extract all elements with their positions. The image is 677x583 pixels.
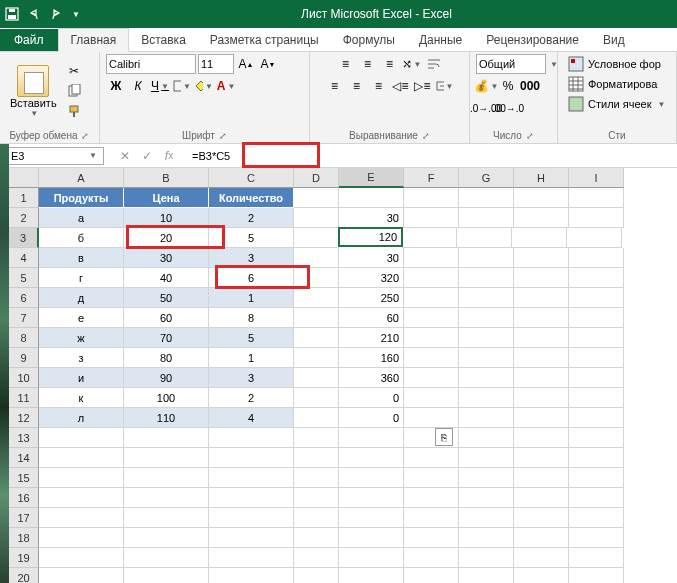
cell-G4[interactable] bbox=[459, 248, 514, 268]
cell-H20[interactable] bbox=[514, 568, 569, 583]
col-header-F[interactable]: F bbox=[404, 168, 459, 188]
cell-D20[interactable] bbox=[294, 568, 339, 583]
row-header-9[interactable]: 9 bbox=[9, 348, 39, 368]
bold-button[interactable]: Ж bbox=[106, 76, 126, 96]
tab-data[interactable]: Данные bbox=[407, 29, 474, 51]
cell-D1[interactable] bbox=[294, 188, 339, 208]
cell-A2[interactable]: а bbox=[39, 208, 124, 228]
cell-A13[interactable] bbox=[39, 428, 124, 448]
cell-A18[interactable] bbox=[39, 528, 124, 548]
increase-font-icon[interactable]: A▲ bbox=[236, 54, 256, 74]
cell-A9[interactable]: з bbox=[39, 348, 124, 368]
cell-F12[interactable] bbox=[404, 408, 459, 428]
cell-H4[interactable] bbox=[514, 248, 569, 268]
cell-G17[interactable] bbox=[459, 508, 514, 528]
cell-A19[interactable] bbox=[39, 548, 124, 568]
col-header-H[interactable]: H bbox=[514, 168, 569, 188]
cell-B17[interactable] bbox=[124, 508, 209, 528]
cell-B14[interactable] bbox=[124, 448, 209, 468]
align-right-icon[interactable]: ≡ bbox=[369, 76, 389, 96]
cell-D19[interactable] bbox=[294, 548, 339, 568]
cell-B13[interactable] bbox=[124, 428, 209, 448]
cell-E13[interactable] bbox=[339, 428, 404, 448]
cell-H13[interactable] bbox=[514, 428, 569, 448]
cell-G2[interactable] bbox=[459, 208, 514, 228]
cell-I13[interactable] bbox=[569, 428, 624, 448]
cell-H17[interactable] bbox=[514, 508, 569, 528]
cell-F17[interactable] bbox=[404, 508, 459, 528]
font-name-select[interactable] bbox=[106, 54, 196, 74]
cell-I16[interactable] bbox=[569, 488, 624, 508]
decrease-indent-icon[interactable]: ◁≡ bbox=[391, 76, 411, 96]
cell-A4[interactable]: в bbox=[39, 248, 124, 268]
save-icon[interactable] bbox=[4, 6, 20, 22]
cell-B16[interactable] bbox=[124, 488, 209, 508]
cell-D11[interactable] bbox=[294, 388, 339, 408]
cell-I19[interactable] bbox=[569, 548, 624, 568]
redo-icon[interactable] bbox=[48, 6, 64, 22]
cell-E3[interactable]: 120 bbox=[338, 227, 403, 247]
col-header-A[interactable]: A bbox=[39, 168, 124, 188]
tab-home[interactable]: Главная bbox=[58, 28, 130, 52]
cell-E7[interactable]: 60 bbox=[339, 308, 404, 328]
cell-A11[interactable]: к bbox=[39, 388, 124, 408]
cell-C10[interactable]: 3 bbox=[209, 368, 294, 388]
cell-H18[interactable] bbox=[514, 528, 569, 548]
cell-I11[interactable] bbox=[569, 388, 624, 408]
cell-G5[interactable] bbox=[459, 268, 514, 288]
cell-H12[interactable] bbox=[514, 408, 569, 428]
cell-E2[interactable]: 30 bbox=[339, 208, 404, 228]
cell-E16[interactable] bbox=[339, 488, 404, 508]
undo-icon[interactable] bbox=[26, 6, 42, 22]
cell-F15[interactable] bbox=[404, 468, 459, 488]
cell-B19[interactable] bbox=[124, 548, 209, 568]
cell-B1[interactable]: Цена bbox=[124, 188, 209, 208]
align-left-icon[interactable]: ≡ bbox=[325, 76, 345, 96]
cell-C4[interactable]: 3 bbox=[209, 248, 294, 268]
cell-C8[interactable]: 5 bbox=[209, 328, 294, 348]
cell-H5[interactable] bbox=[514, 268, 569, 288]
cell-A3[interactable]: б bbox=[39, 228, 124, 248]
cell-H7[interactable] bbox=[514, 308, 569, 328]
decrease-font-icon[interactable]: A▼ bbox=[258, 54, 278, 74]
tab-page-layout[interactable]: Разметка страницы bbox=[198, 29, 331, 51]
cell-E5[interactable]: 320 bbox=[339, 268, 404, 288]
row-header-19[interactable]: 19 bbox=[9, 548, 39, 568]
cell-F10[interactable] bbox=[404, 368, 459, 388]
cell-B6[interactable]: 50 bbox=[124, 288, 209, 308]
row-header-1[interactable]: 1 bbox=[9, 188, 39, 208]
border-button[interactable]: ▼ bbox=[172, 76, 192, 96]
cell-F6[interactable] bbox=[404, 288, 459, 308]
cell-C14[interactable] bbox=[209, 448, 294, 468]
font-color-button[interactable]: A▼ bbox=[216, 76, 236, 96]
tab-view[interactable]: Вид bbox=[591, 29, 637, 51]
cell-D6[interactable] bbox=[294, 288, 339, 308]
cell-D8[interactable] bbox=[294, 328, 339, 348]
underline-button[interactable]: Ч▼ bbox=[150, 76, 170, 96]
row-header-17[interactable]: 17 bbox=[9, 508, 39, 528]
cell-D5[interactable] bbox=[294, 268, 339, 288]
cell-A17[interactable] bbox=[39, 508, 124, 528]
insert-function-icon[interactable]: fx bbox=[160, 147, 178, 165]
align-bottom-icon[interactable]: ≡ bbox=[380, 54, 400, 74]
row-header-16[interactable]: 16 bbox=[9, 488, 39, 508]
tab-file[interactable]: Файл bbox=[0, 29, 58, 51]
cell-B9[interactable]: 80 bbox=[124, 348, 209, 368]
cell-B2[interactable]: 10 bbox=[124, 208, 209, 228]
col-header-I[interactable]: I bbox=[569, 168, 624, 188]
formula-input[interactable] bbox=[186, 148, 677, 164]
cell-I2[interactable] bbox=[569, 208, 624, 228]
cell-A7[interactable]: е bbox=[39, 308, 124, 328]
cell-C20[interactable] bbox=[209, 568, 294, 583]
cell-C3[interactable]: 5 bbox=[209, 228, 294, 248]
cell-C16[interactable] bbox=[209, 488, 294, 508]
cell-A5[interactable]: г bbox=[39, 268, 124, 288]
cell-H15[interactable] bbox=[514, 468, 569, 488]
cell-E18[interactable] bbox=[339, 528, 404, 548]
col-header-D[interactable]: D bbox=[294, 168, 339, 188]
cell-B20[interactable] bbox=[124, 568, 209, 583]
orientation-icon[interactable]: ⤭▼ bbox=[402, 54, 422, 74]
accounting-format-icon[interactable]: 💰▼ bbox=[476, 76, 496, 96]
cell-B12[interactable]: 110 bbox=[124, 408, 209, 428]
cell-C11[interactable]: 2 bbox=[209, 388, 294, 408]
